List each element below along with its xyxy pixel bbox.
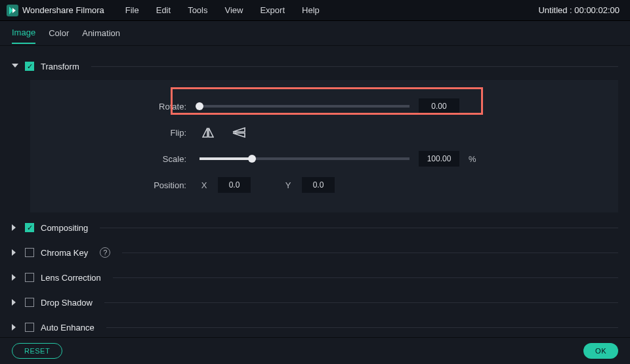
row-position: Position: X Y [49, 172, 600, 198]
app-logo: Wondershare Filmora [7, 5, 104, 16]
section-rule [100, 228, 618, 228]
section-compositing: ✓ Compositing [12, 218, 618, 237]
row-rotate: Rotate: [49, 93, 600, 119]
input-pos-y[interactable] [302, 177, 335, 193]
section-rule [104, 302, 618, 303]
panel-area: ✓ Transform Rotate: Flip: [0, 46, 630, 337]
checkbox-drop[interactable] [25, 298, 34, 307]
filmora-logo-icon [7, 5, 18, 16]
section-label: Lens Correction [41, 273, 101, 283]
input-rotate[interactable] [419, 98, 459, 114]
label-rotate: Rotate: [49, 102, 190, 111]
section-rule [91, 66, 618, 67]
menu-help[interactable]: Help [295, 3, 326, 18]
section-header-drop[interactable]: Drop Shadow [12, 293, 618, 312]
tab-animation[interactable]: Animation [82, 23, 120, 43]
section-label: Drop Shadow [41, 298, 93, 308]
checkbox-compositing[interactable]: ✓ [25, 223, 34, 232]
slider-rotate[interactable] [200, 105, 410, 108]
section-rule [122, 253, 618, 253]
section-header-chroma[interactable]: Chroma Key ? [12, 243, 618, 262]
help-icon[interactable]: ? [100, 247, 110, 258]
menu-edit[interactable]: Edit [150, 3, 177, 18]
input-scale[interactable] [419, 151, 459, 167]
section-header-lens[interactable]: Lens Correction [12, 268, 618, 287]
section-rule [113, 277, 618, 278]
menu-bar: Wondershare Filmora File Edit Tools View… [0, 0, 630, 21]
section-chroma-key: Chroma Key ? [12, 243, 618, 262]
section-label: Auto Enhance [41, 323, 94, 333]
disclosure-icon[interactable] [12, 64, 18, 70]
app-title: Wondershare Filmora [22, 5, 104, 15]
checkbox-auto[interactable] [25, 323, 34, 332]
label-position: Position: [49, 180, 190, 190]
transform-body: Rotate: Flip: [30, 80, 618, 212]
section-lens-correction: Lens Correction [12, 268, 618, 287]
checkbox-lens[interactable] [25, 273, 34, 282]
section-auto-enhance: Auto Enhance [12, 317, 618, 337]
disclosure-icon[interactable] [12, 274, 18, 281]
tab-color[interactable]: Color [49, 23, 69, 43]
section-label: Compositing [41, 223, 88, 233]
label-scale: Scale: [49, 154, 190, 164]
disclosure-icon[interactable] [12, 299, 18, 306]
slider-scale[interactable] [200, 157, 410, 160]
section-label: Transform [41, 62, 79, 71]
unit-scale: % [469, 154, 476, 164]
input-pos-x[interactable] [218, 177, 251, 193]
label-y: Y [284, 180, 293, 190]
row-flip: Flip: [49, 119, 600, 146]
checkbox-chroma[interactable] [25, 248, 34, 257]
menu-view[interactable]: View [218, 3, 249, 18]
row-scale: Scale: % [49, 146, 600, 172]
checkbox-transform[interactable]: ✓ [25, 62, 34, 71]
reset-button[interactable]: RESET [12, 343, 62, 359]
disclosure-icon[interactable] [12, 249, 18, 256]
tab-image[interactable]: Image [12, 22, 35, 44]
menu-file[interactable]: File [119, 3, 146, 18]
flip-vertical-icon[interactable] [232, 127, 245, 138]
section-header-auto[interactable]: Auto Enhance [12, 317, 618, 337]
menu-export[interactable]: Export [253, 3, 291, 18]
section-header-compositing[interactable]: ✓ Compositing [12, 218, 618, 237]
section-label: Chroma Key [41, 248, 88, 258]
label-flip: Flip: [49, 128, 190, 138]
ok-button[interactable]: OK [583, 343, 618, 359]
disclosure-icon[interactable] [12, 224, 18, 231]
section-rule [106, 327, 618, 328]
main-menu: File Edit Tools View Export Help [119, 3, 326, 18]
menu-tools[interactable]: Tools [181, 3, 214, 18]
flip-horizontal-icon[interactable] [202, 127, 214, 138]
label-x: X [200, 180, 209, 190]
disclosure-icon[interactable] [12, 324, 18, 331]
section-transform: ✓ Transform Rotate: Flip: [12, 56, 618, 212]
project-info: Untitled : 00:00:02:00 [538, 5, 623, 15]
section-drop-shadow: Drop Shadow [12, 293, 618, 312]
section-header-transform[interactable]: ✓ Transform [12, 56, 618, 76]
footer: RESET OK [0, 337, 630, 364]
tab-bar: Image Color Animation [0, 21, 630, 46]
